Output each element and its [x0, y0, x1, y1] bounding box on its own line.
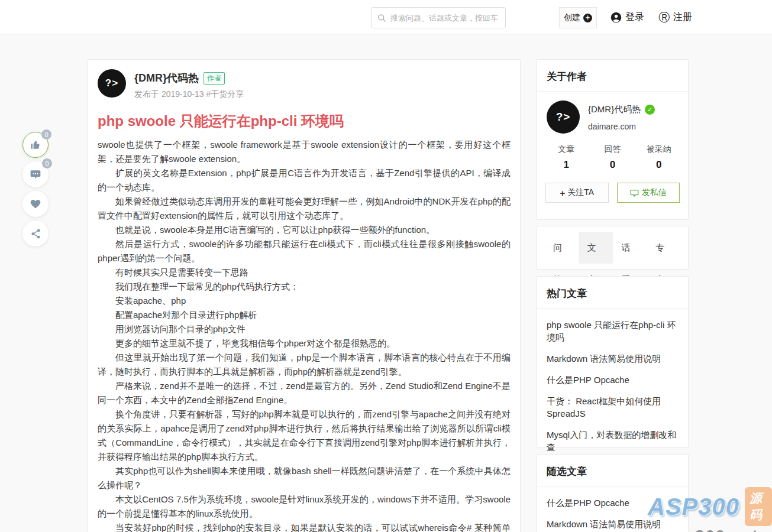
article-meta: 发布于 2019-10-13 #干货分享	[134, 89, 244, 100]
login-label: 登录	[625, 11, 644, 24]
like-button[interactable]: 0	[22, 132, 49, 158]
page: 创建 + 登录 Ⓡ 注册 0 0 ?>	[0, 0, 772, 532]
author-website[interactable]: daimare.com	[588, 122, 655, 131]
user-icon	[611, 12, 622, 23]
search-box[interactable]	[371, 7, 506, 28]
author-name[interactable]: {DMR}代码热	[134, 71, 199, 85]
favorite-button[interactable]	[22, 191, 49, 217]
thumbs-up-icon	[30, 139, 41, 151]
list-item[interactable]: 什么是PHP Opcache	[547, 497, 679, 509]
sidebar-author-avatar[interactable]: ?>	[547, 100, 580, 134]
article-title: php swoole 只能运行在php-cli 环境吗	[98, 112, 511, 131]
author-stats: 文章 1 回答 0 被采纳 0	[537, 137, 688, 173]
list-item[interactable]: Markdown 语法简易使用说明	[547, 352, 679, 365]
chat-icon	[630, 189, 639, 197]
tab-qa[interactable]: 问答	[544, 232, 579, 264]
tab-topics[interactable]: 话题	[613, 232, 647, 264]
search-input[interactable]	[390, 14, 499, 22]
plus-circle-icon: +	[583, 14, 592, 22]
paragraph: 然后是运行方式，swoole的许多功能都只能运行在cli模式下，而cli模式往往…	[98, 237, 511, 265]
stat-articles[interactable]: 文章 1	[543, 144, 589, 171]
watermark-tag: 源码	[745, 487, 772, 526]
comment-icon	[30, 168, 41, 180]
paragraph: 扩展的英文名称是Extension，php扩展是用C语言作为开发语言，基于Zen…	[98, 166, 511, 194]
stat-answers[interactable]: 回答 0	[589, 144, 635, 171]
hot-articles-card: 热门文章 php swoole 只能运行在php-cli 环境吗 Markdow…	[537, 276, 689, 447]
article-author-row: ?> {DMR}代码热 作者 发布于 2019-10-13 #干货分享	[98, 69, 511, 100]
paragraph: 有时候其实只是需要转变一下思路	[98, 265, 511, 280]
article-body: swoole也提供了一个框架，swoole framework是基于swoole…	[98, 138, 511, 532]
paragraph: 用浏览器访问那个目录的php文件	[98, 322, 511, 336]
paragraph: 安装apache、php	[98, 294, 511, 308]
stat-accepted[interactable]: 被采纳 0	[636, 144, 682, 171]
author-role-badge: 作者	[204, 72, 225, 85]
send-message-button[interactable]: 发私信	[617, 183, 680, 203]
random-articles-heading: 随选文章	[537, 455, 688, 486]
paragraph: swoole也提供了一个框架，swoole framework是基于swoole…	[98, 138, 511, 166]
sidebar-author-name[interactable]: {DMR}代码热	[588, 104, 641, 115]
plus-icon: +	[560, 188, 565, 198]
paragraph: 当安装好php的时候，找到php的安装目录，如果是默认安装的话，可以试试wher…	[98, 521, 511, 532]
list-item[interactable]: Markdown 语法简易使用说明	[547, 518, 679, 530]
author-avatar[interactable]: ?>	[98, 69, 126, 98]
logo-placeholder	[21, 0, 110, 33]
about-author-card: 关于作者 ?> {DMR}代码热 ✓ daimare.com 文章 1 回答 0	[537, 59, 689, 220]
tab-articles[interactable]: 文章	[579, 232, 613, 264]
list-item[interactable]: 什么是PHP Opcache	[547, 374, 679, 386]
paragraph: 但这里就开始出现了第一个问题，我们知道，php是一个脚本语言，脚本语言的核心特点…	[98, 351, 511, 379]
comment-count-badge: 0	[42, 158, 52, 168]
sidebar-tabs-card: 问答 文章 话题 专家	[537, 226, 689, 270]
comment-button[interactable]: 0	[22, 161, 49, 187]
navbar: 创建 + 登录 Ⓡ 注册	[0, 0, 772, 34]
create-button[interactable]: 创建 +	[559, 7, 597, 28]
paragraph: 我们现在整理一下最常见的php代码执行方式：	[98, 280, 511, 294]
heart-icon	[30, 198, 41, 210]
paragraph: 本文以CentOS 7.5作为系统环境，swoole是针对linux系统开发的，…	[98, 492, 511, 521]
list-item[interactable]: php swoole 只能运行在php-cli 环境吗	[547, 319, 679, 343]
hot-articles-heading: 热门文章	[537, 277, 688, 308]
action-rail: 0 0	[22, 132, 50, 250]
paragraph: 换个角度讲，只要有解析器，写好的php脚本就是可以执行的，而zend引擎与apa…	[98, 407, 511, 464]
list-item[interactable]: 干货： React框架中如何使用SpreadJS	[547, 395, 679, 420]
tab-experts[interactable]: 专家	[647, 232, 681, 264]
list-item[interactable]: Mysql入门，对表数据的增删改和查	[547, 429, 679, 453]
article-card: ?> {DMR}代码热 作者 发布于 2019-10-13 #干货分享 php …	[88, 59, 521, 532]
verified-badge-icon: ✓	[645, 105, 655, 115]
share-icon	[30, 228, 41, 239]
registered-icon: Ⓡ	[658, 12, 670, 23]
search-icon	[377, 14, 386, 22]
paragraph: 严格来说，zend并不是唯一的选择，不过，zend是最官方的。另外，Zend S…	[98, 379, 511, 407]
follow-label: 关注TA	[567, 187, 594, 198]
follow-button[interactable]: + 关注TA	[545, 183, 609, 203]
paragraph: 也就是说，swoole本身是用C语言编写的，它可以让php获得一些额外的func…	[98, 223, 511, 237]
paragraph: 如果曾经做过类似动态库调用开发的童鞋可能会更好理解一些，例如Android中的N…	[98, 194, 511, 223]
random-articles-card: 随选文章 什么是PHP Opcache Markdown 语法简易使用说明	[537, 454, 689, 532]
login-button[interactable]: 登录	[611, 0, 644, 34]
about-author-heading: 关于作者	[537, 60, 688, 91]
like-count-badge: 0	[41, 129, 51, 140]
create-button-label: 创建	[564, 12, 580, 23]
paragraph: 更多的细节这里就不提了，毕竟我相信每个phper对这个都是很熟悉的。	[98, 336, 511, 351]
paragraph: 配置apache对那个目录进行php解析	[98, 308, 511, 322]
register-button[interactable]: Ⓡ 注册	[658, 0, 692, 34]
paragraph: 其实php也可以作为shell脚本来使用哦，就像bash shell一样既然问题…	[98, 464, 511, 492]
register-label: 注册	[673, 11, 692, 24]
send-message-label: 发私信	[642, 187, 667, 198]
share-button[interactable]	[22, 220, 49, 246]
